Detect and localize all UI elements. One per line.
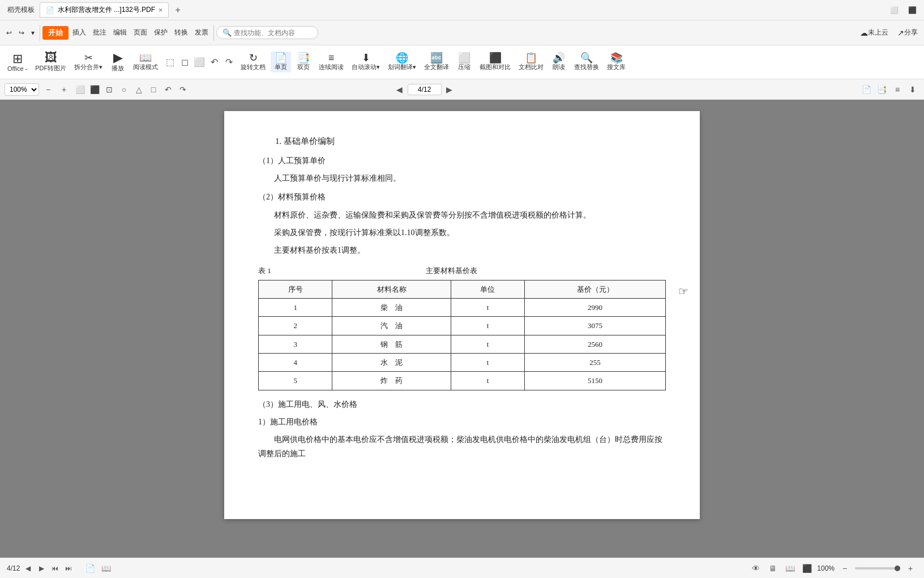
- ribbon-word-translate[interactable]: 🌐 划词翻译▾: [385, 52, 419, 73]
- start-tab[interactable]: 开始: [42, 26, 69, 40]
- table-row: 2 汽 油 t 3075: [259, 317, 666, 335]
- ribbon-read-aloud[interactable]: 🔊 朗读: [549, 52, 569, 73]
- share-button[interactable]: ↗ 分享: [895, 26, 921, 39]
- ribbon: ⊞ 1. 基础单价编制 Office - 🖼 PDF转图片 ✂ 拆分合并▾ ▶ …: [0, 45, 924, 79]
- protect-tab[interactable]: 保护: [151, 26, 170, 39]
- layout1-button[interactable]: ⬜: [887, 4, 901, 16]
- zoom-slider[interactable]: [855, 567, 900, 570]
- review-tab[interactable]: 批注: [90, 26, 109, 39]
- crop-button[interactable]: ⊡: [102, 83, 116, 96]
- book-icon-button[interactable]: 📖: [99, 562, 113, 575]
- new-tab-button[interactable]: +: [171, 3, 185, 17]
- ribbon-screenshot[interactable]: ⬛ 截图和对比: [477, 52, 514, 73]
- page-nav-group: ◀ ▶: [393, 83, 456, 96]
- ribbon-double-page[interactable]: 📑 双页: [293, 52, 314, 73]
- edit-tab[interactable]: 编辑: [110, 26, 130, 39]
- ribbon-continuous[interactable]: ≡ 连续阅读: [316, 52, 346, 73]
- zoom-out-button[interactable]: −: [41, 83, 55, 96]
- zoom-percent-status: 100%: [817, 564, 835, 572]
- tool5[interactable]: ↷: [222, 56, 236, 69]
- read-mode-icon: 📖: [139, 53, 152, 63]
- reader-button[interactable]: 📖: [783, 562, 797, 575]
- tab-close-button[interactable]: ×: [159, 6, 162, 14]
- fit-page-button[interactable]: ⬜: [73, 83, 87, 96]
- rotate-left-button[interactable]: ↶: [161, 83, 175, 96]
- ribbon-search-library[interactable]: 📚 搜文库: [604, 52, 628, 73]
- zoom-select[interactable]: 100%: [5, 83, 39, 96]
- ribbon-read-mode[interactable]: 📖 阅读模式: [130, 52, 161, 73]
- ribbon-find-replace[interactable]: 🔍 查找替换: [571, 52, 602, 73]
- tool4[interactable]: ↶: [207, 56, 221, 69]
- ribbon-single-page[interactable]: 📄 单页: [271, 52, 291, 73]
- layout-button[interactable]: ⬛: [800, 562, 814, 575]
- ribbon-auto-scroll[interactable]: ⬇ 自动滚动▾: [349, 52, 383, 73]
- double-view-button[interactable]: 📑: [875, 83, 889, 96]
- ribbon-tools-group: ⬚ ◻ ⬜ ↶ ↷: [163, 56, 236, 69]
- insert-tab[interactable]: 插入: [70, 26, 89, 39]
- redo-button[interactable]: ↪: [16, 27, 27, 39]
- next-page-button[interactable]: ▶: [443, 83, 456, 96]
- table-row: 5 炸 药 t 5150: [259, 372, 666, 390]
- status-last-button[interactable]: ⏭: [63, 563, 74, 574]
- template-label[interactable]: 稻壳模板: [5, 3, 37, 16]
- status-zoom-out[interactable]: −: [838, 562, 852, 575]
- section-electric-title: （3）施工用电、风、水价格: [258, 397, 666, 411]
- page-status: 4/12: [7, 564, 20, 572]
- auto-scroll-button[interactable]: ⬇: [906, 83, 919, 96]
- rotate-right-button[interactable]: ↷: [176, 83, 190, 96]
- shape1-button[interactable]: △: [132, 83, 146, 96]
- ribbon-compress[interactable]: ⬜ 压缩: [454, 52, 474, 73]
- ribbon-doc-compare[interactable]: 📋 文档比对: [516, 52, 546, 73]
- ribbon-full-translate[interactable]: 🔤 全文翻译: [421, 52, 452, 73]
- nav-bar: 100% − + ⬜ ⬛ ⊡ ○ △ □ ↶ ↷ ◀ ▶ 📄 📑 ≡ ⬇: [0, 79, 924, 100]
- screen-button[interactable]: 🖥: [766, 562, 780, 575]
- prev-page-button[interactable]: ◀: [393, 83, 407, 96]
- office-icon: ⊞: [12, 53, 23, 65]
- page-tab[interactable]: 页面: [131, 26, 150, 39]
- shape2-button[interactable]: □: [147, 83, 160, 96]
- single-view-button[interactable]: 📄: [860, 83, 874, 96]
- convert-tab[interactable]: 转换: [172, 26, 191, 39]
- ribbon-pdf-to-image[interactable]: 🖼 PDF转图片: [32, 50, 69, 74]
- status-next-button[interactable]: ▶: [36, 563, 47, 574]
- tool1[interactable]: ⬚: [163, 56, 177, 69]
- rotate-icon: ↻: [249, 53, 258, 63]
- dropdown-button[interactable]: ▾: [28, 27, 37, 39]
- para-labor: 人工预算单价与现行计算标准相同。: [258, 171, 666, 185]
- status-zoom-in[interactable]: +: [904, 562, 917, 575]
- ribbon-play[interactable]: ▶ 播放: [108, 50, 128, 74]
- search-input[interactable]: [234, 29, 313, 37]
- cloud-button[interactable]: ☁ 未上云: [857, 26, 891, 39]
- section-heading: 1. 基础单价编制: [258, 134, 666, 149]
- annotation-button[interactable]: ○: [117, 83, 131, 96]
- search-box[interactable]: 🔍: [216, 26, 318, 39]
- ribbon-rotate[interactable]: ↻ 旋转文档: [238, 52, 268, 73]
- status-first-button[interactable]: ⏮: [49, 563, 61, 574]
- table-row: 3 钢 筋 t 2560: [259, 335, 666, 353]
- split-merge-icon: ✂: [84, 53, 93, 63]
- continuous-icon: ≡: [328, 53, 335, 63]
- ribbon-split-merge[interactable]: ✂ 拆分合并▾: [71, 52, 105, 73]
- title-bar: 稻壳模板 📄 水利部营改增文件 ...]132号.PDF × + ⬜ ⬛: [0, 0, 924, 20]
- page-icon-button[interactable]: 📄: [83, 562, 97, 575]
- undo-button[interactable]: ↩: [3, 27, 15, 39]
- layout2-button[interactable]: ⬛: [905, 4, 919, 16]
- doc-compare-icon: 📋: [525, 53, 537, 63]
- eye-button[interactable]: 👁: [749, 562, 763, 575]
- pdf-viewer[interactable]: 1. 基础单价编制 （1）人工预算单价 人工预算单价与现行计算标准相同。 （2）…: [0, 100, 924, 558]
- title-bar-left: 稻壳模板 📄 水利部营改增文件 ...]132号.PDF × +: [5, 2, 185, 18]
- tool2[interactable]: ◻: [178, 56, 191, 69]
- toolbar-right: ☁ 未上云 ↗ 分享: [857, 26, 921, 39]
- ribbon-office[interactable]: ⊞ 1. 基础单价编制 Office -: [5, 52, 30, 73]
- sub-electric-title: 1）施工用电价格: [258, 415, 666, 429]
- fit-width-button[interactable]: ⬛: [88, 83, 101, 96]
- toolbar: ↩ ↪ ▾ 开始 插入 批注 编辑 页面 保护 转换 发票 🔍 ☁ 未上云 ↗ …: [0, 20, 924, 45]
- invoice-tab[interactable]: 发票: [192, 26, 211, 39]
- double-page-icon: 📑: [297, 53, 310, 63]
- status-prev-button[interactable]: ◀: [22, 563, 33, 574]
- zoom-in-button[interactable]: +: [57, 83, 71, 96]
- pdf-tab[interactable]: 📄 水利部营改增文件 ...]132号.PDF ×: [40, 2, 169, 18]
- page-input[interactable]: [408, 84, 442, 95]
- continuous-view-button[interactable]: ≡: [891, 83, 904, 96]
- tool3[interactable]: ⬜: [192, 56, 206, 69]
